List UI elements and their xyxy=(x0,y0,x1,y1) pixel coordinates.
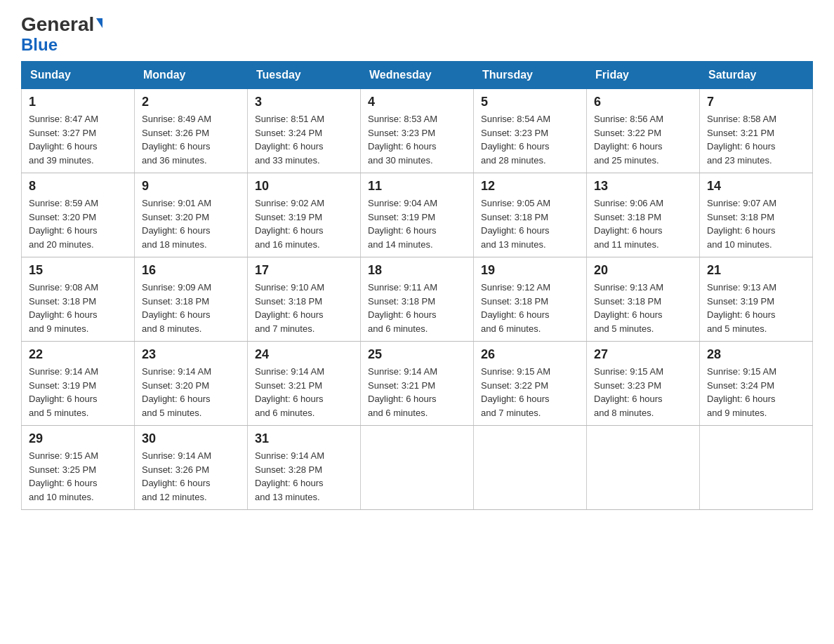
calendar-cell: 26 Sunrise: 9:15 AM Sunset: 3:22 PM Dayl… xyxy=(474,342,587,426)
day-info: Sunrise: 9:15 AM Sunset: 3:25 PM Dayligh… xyxy=(29,449,127,504)
day-number: 4 xyxy=(368,95,466,109)
day-info: Sunrise: 9:14 AM Sunset: 3:20 PM Dayligh… xyxy=(142,365,240,420)
day-info: Sunrise: 9:14 AM Sunset: 3:26 PM Dayligh… xyxy=(142,449,240,504)
calendar-cell: 7 Sunrise: 8:58 AM Sunset: 3:21 PM Dayli… xyxy=(700,89,813,173)
day-number: 25 xyxy=(368,347,466,362)
calendar-cell: 25 Sunrise: 9:14 AM Sunset: 3:21 PM Dayl… xyxy=(361,342,474,426)
calendar-cell: 31 Sunrise: 9:14 AM Sunset: 3:28 PM Dayl… xyxy=(248,426,361,510)
day-number: 9 xyxy=(142,179,240,194)
day-number: 30 xyxy=(142,431,240,446)
calendar-cell: 12 Sunrise: 9:05 AM Sunset: 3:18 PM Dayl… xyxy=(474,173,587,257)
page-header: General Blue xyxy=(21,14,813,54)
calendar-cell: 20 Sunrise: 9:13 AM Sunset: 3:18 PM Dayl… xyxy=(587,257,700,342)
day-number: 31 xyxy=(255,431,353,446)
calendar-cell xyxy=(361,426,474,510)
calendar-cell: 5 Sunrise: 8:54 AM Sunset: 3:23 PM Dayli… xyxy=(474,89,587,173)
calendar-cell: 18 Sunrise: 9:11 AM Sunset: 3:18 PM Dayl… xyxy=(361,257,474,342)
day-number: 23 xyxy=(142,347,240,362)
weekday-header-sunday: Sunday xyxy=(22,62,135,89)
day-info: Sunrise: 9:14 AM Sunset: 3:21 PM Dayligh… xyxy=(368,365,466,420)
day-number: 17 xyxy=(255,263,353,278)
day-info: Sunrise: 9:07 AM Sunset: 3:18 PM Dayligh… xyxy=(707,196,805,251)
calendar-table: SundayMondayTuesdayWednesdayThursdayFrid… xyxy=(21,61,813,510)
calendar-week-row: 1 Sunrise: 8:47 AM Sunset: 3:27 PM Dayli… xyxy=(22,89,813,173)
day-info: Sunrise: 8:47 AM Sunset: 3:27 PM Dayligh… xyxy=(29,112,127,167)
calendar-cell: 1 Sunrise: 8:47 AM Sunset: 3:27 PM Dayli… xyxy=(22,89,135,173)
day-number: 22 xyxy=(29,347,127,362)
day-info: Sunrise: 9:15 AM Sunset: 3:23 PM Dayligh… xyxy=(594,365,692,420)
calendar-cell: 14 Sunrise: 9:07 AM Sunset: 3:18 PM Dayl… xyxy=(700,173,813,257)
calendar-cell: 3 Sunrise: 8:51 AM Sunset: 3:24 PM Dayli… xyxy=(248,89,361,173)
calendar-cell xyxy=(587,426,700,510)
logo-general-text: General xyxy=(21,14,94,36)
calendar-cell: 8 Sunrise: 8:59 AM Sunset: 3:20 PM Dayli… xyxy=(22,173,135,257)
calendar-week-row: 8 Sunrise: 8:59 AM Sunset: 3:20 PM Dayli… xyxy=(22,173,813,257)
logo-arrow-icon xyxy=(96,18,102,28)
day-number: 28 xyxy=(707,347,805,362)
logo: General Blue xyxy=(21,14,102,54)
day-info: Sunrise: 8:49 AM Sunset: 3:26 PM Dayligh… xyxy=(142,112,240,167)
day-info: Sunrise: 9:09 AM Sunset: 3:18 PM Dayligh… xyxy=(142,281,240,335)
day-number: 6 xyxy=(594,95,692,109)
day-info: Sunrise: 8:51 AM Sunset: 3:24 PM Dayligh… xyxy=(255,112,353,167)
calendar-week-row: 22 Sunrise: 9:14 AM Sunset: 3:19 PM Dayl… xyxy=(22,342,813,426)
day-info: Sunrise: 9:01 AM Sunset: 3:20 PM Dayligh… xyxy=(142,196,240,251)
day-number: 5 xyxy=(481,95,579,109)
weekday-header-row: SundayMondayTuesdayWednesdayThursdayFrid… xyxy=(22,62,813,89)
day-info: Sunrise: 9:14 AM Sunset: 3:19 PM Dayligh… xyxy=(29,365,127,420)
calendar-cell: 16 Sunrise: 9:09 AM Sunset: 3:18 PM Dayl… xyxy=(135,257,248,342)
day-info: Sunrise: 9:14 AM Sunset: 3:21 PM Dayligh… xyxy=(255,365,353,420)
day-number: 29 xyxy=(29,431,127,446)
day-number: 8 xyxy=(29,179,127,194)
day-number: 21 xyxy=(707,263,805,278)
day-number: 27 xyxy=(594,347,692,362)
day-info: Sunrise: 9:02 AM Sunset: 3:19 PM Dayligh… xyxy=(255,196,353,251)
weekday-header-monday: Monday xyxy=(135,62,248,89)
day-info: Sunrise: 8:59 AM Sunset: 3:20 PM Dayligh… xyxy=(29,196,127,251)
day-info: Sunrise: 9:05 AM Sunset: 3:18 PM Dayligh… xyxy=(481,196,579,251)
day-number: 10 xyxy=(255,179,353,194)
day-number: 19 xyxy=(481,263,579,278)
day-info: Sunrise: 8:54 AM Sunset: 3:23 PM Dayligh… xyxy=(481,112,579,167)
day-info: Sunrise: 9:10 AM Sunset: 3:18 PM Dayligh… xyxy=(255,281,353,335)
calendar-cell: 9 Sunrise: 9:01 AM Sunset: 3:20 PM Dayli… xyxy=(135,173,248,257)
weekday-header-wednesday: Wednesday xyxy=(361,62,474,89)
calendar-cell xyxy=(700,426,813,510)
calendar-week-row: 15 Sunrise: 9:08 AM Sunset: 3:18 PM Dayl… xyxy=(22,257,813,342)
day-number: 24 xyxy=(255,347,353,362)
day-number: 1 xyxy=(29,95,127,109)
day-info: Sunrise: 9:15 AM Sunset: 3:24 PM Dayligh… xyxy=(707,365,805,420)
calendar-cell: 29 Sunrise: 9:15 AM Sunset: 3:25 PM Dayl… xyxy=(22,426,135,510)
calendar-cell: 22 Sunrise: 9:14 AM Sunset: 3:19 PM Dayl… xyxy=(22,342,135,426)
logo-text-block: General Blue xyxy=(21,14,102,54)
weekday-header-tuesday: Tuesday xyxy=(248,62,361,89)
day-info: Sunrise: 9:13 AM Sunset: 3:18 PM Dayligh… xyxy=(594,281,692,335)
calendar-cell: 23 Sunrise: 9:14 AM Sunset: 3:20 PM Dayl… xyxy=(135,342,248,426)
day-number: 13 xyxy=(594,179,692,194)
weekday-header-saturday: Saturday xyxy=(700,62,813,89)
weekday-header-thursday: Thursday xyxy=(474,62,587,89)
day-info: Sunrise: 9:12 AM Sunset: 3:18 PM Dayligh… xyxy=(481,281,579,335)
day-number: 14 xyxy=(707,179,805,194)
calendar-cell: 17 Sunrise: 9:10 AM Sunset: 3:18 PM Dayl… xyxy=(248,257,361,342)
calendar-cell xyxy=(474,426,587,510)
day-number: 12 xyxy=(481,179,579,194)
day-number: 15 xyxy=(29,263,127,278)
day-number: 3 xyxy=(255,95,353,109)
calendar-cell: 30 Sunrise: 9:14 AM Sunset: 3:26 PM Dayl… xyxy=(135,426,248,510)
day-number: 2 xyxy=(142,95,240,109)
day-info: Sunrise: 9:08 AM Sunset: 3:18 PM Dayligh… xyxy=(29,281,127,335)
calendar-cell: 10 Sunrise: 9:02 AM Sunset: 3:19 PM Dayl… xyxy=(248,173,361,257)
calendar-cell: 4 Sunrise: 8:53 AM Sunset: 3:23 PM Dayli… xyxy=(361,89,474,173)
day-info: Sunrise: 8:58 AM Sunset: 3:21 PM Dayligh… xyxy=(707,112,805,167)
logo-blue-text: Blue xyxy=(21,35,58,54)
calendar-cell: 15 Sunrise: 9:08 AM Sunset: 3:18 PM Dayl… xyxy=(22,257,135,342)
calendar-cell: 6 Sunrise: 8:56 AM Sunset: 3:22 PM Dayli… xyxy=(587,89,700,173)
calendar-cell: 19 Sunrise: 9:12 AM Sunset: 3:18 PM Dayl… xyxy=(474,257,587,342)
day-info: Sunrise: 9:06 AM Sunset: 3:18 PM Dayligh… xyxy=(594,196,692,251)
day-info: Sunrise: 8:56 AM Sunset: 3:22 PM Dayligh… xyxy=(594,112,692,167)
day-info: Sunrise: 9:04 AM Sunset: 3:19 PM Dayligh… xyxy=(368,196,466,251)
day-info: Sunrise: 9:14 AM Sunset: 3:28 PM Dayligh… xyxy=(255,449,353,504)
day-number: 18 xyxy=(368,263,466,278)
calendar-cell: 2 Sunrise: 8:49 AM Sunset: 3:26 PM Dayli… xyxy=(135,89,248,173)
